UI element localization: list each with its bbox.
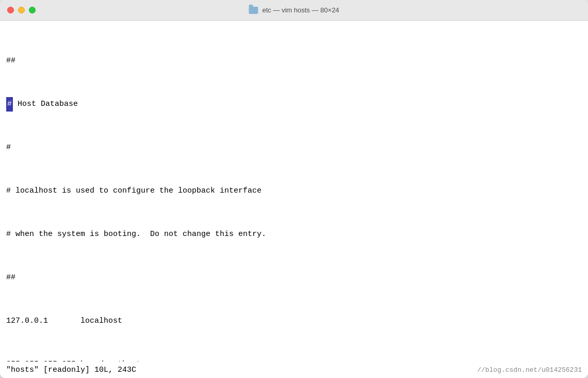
editor-content: ## # Host Database # # localhost is used… <box>6 25 582 361</box>
titlebar: etc — vim hosts — 80×24 <box>0 0 588 21</box>
line-1: ## <box>6 54 582 68</box>
maximize-button[interactable] <box>29 7 36 13</box>
minimize-button[interactable] <box>18 7 25 13</box>
status-right: //blog.csdn.net/u014256231 <box>477 366 582 374</box>
close-button[interactable] <box>7 7 14 13</box>
terminal-window: etc — vim hosts — 80×24 ## # Host Databa… <box>0 0 588 378</box>
status-left: "hosts" [readonly] 10L, 243C <box>6 366 136 374</box>
highlighted-text: # <box>6 97 13 112</box>
line-6: ## <box>6 271 582 285</box>
folder-icon <box>249 7 258 14</box>
line-3: # <box>6 140 582 155</box>
editor-area[interactable]: ## # Host Database # # localhost is used… <box>0 21 588 361</box>
line-8: 255.255.255.255 broadcasthost <box>6 357 582 361</box>
line-4: # localhost is used to configure the loo… <box>6 184 582 198</box>
line-2: # Host Database <box>6 97 582 112</box>
traffic-lights <box>7 7 36 13</box>
line-7: 127.0.0.1 localhost <box>6 314 582 328</box>
line-5: # when the system is booting. Do not cha… <box>6 227 582 242</box>
title-area: etc — vim hosts — 80×24 <box>249 6 339 14</box>
window-title: etc — vim hosts — 80×24 <box>262 6 339 14</box>
status-bar: "hosts" [readonly] 10L, 243C //blog.csdn… <box>0 361 588 378</box>
